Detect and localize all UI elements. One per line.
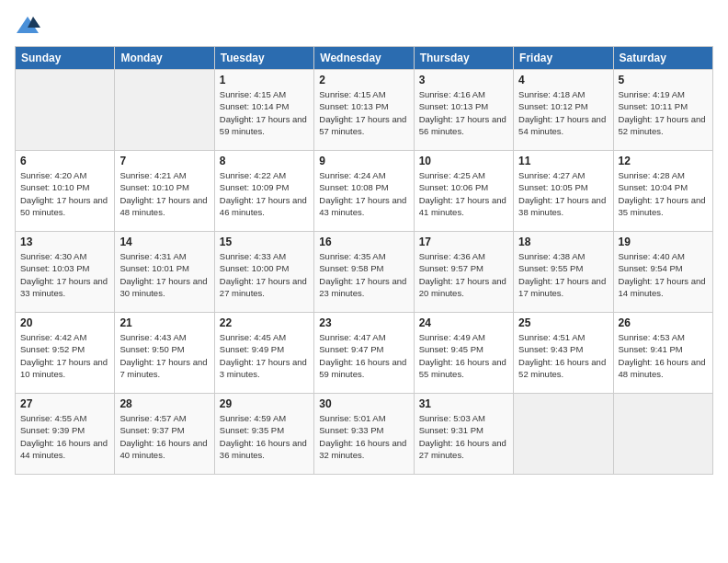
week-row-3: 13Sunrise: 4:30 AM Sunset: 10:03 PM Dayl… <box>16 232 713 313</box>
day-number: 8 <box>220 155 309 167</box>
cell-content: Sunrise: 4:35 AM Sunset: 9:58 PM Dayligh… <box>319 250 408 299</box>
calendar-cell: 26Sunrise: 4:53 AM Sunset: 9:41 PM Dayli… <box>613 313 712 394</box>
calendar-cell: 19Sunrise: 4:40 AM Sunset: 9:54 PM Dayli… <box>613 232 712 313</box>
cell-content: Sunrise: 4:31 AM Sunset: 10:01 PM Daylig… <box>119 250 209 299</box>
day-number: 5 <box>619 74 708 86</box>
day-number: 10 <box>419 155 508 167</box>
cell-content: Sunrise: 4:53 AM Sunset: 9:41 PM Dayligh… <box>619 331 708 380</box>
calendar-cell: 9Sunrise: 4:24 AM Sunset: 10:08 PM Dayli… <box>314 151 414 232</box>
cell-content: Sunrise: 4:40 AM Sunset: 9:54 PM Dayligh… <box>619 250 708 299</box>
calendar-cell: 11Sunrise: 4:27 AM Sunset: 10:05 PM Dayl… <box>514 151 613 232</box>
day-number: 2 <box>319 74 408 86</box>
day-number: 3 <box>419 74 508 86</box>
calendar-cell: 4Sunrise: 4:18 AM Sunset: 10:12 PM Dayli… <box>514 70 613 151</box>
day-number: 6 <box>20 155 109 167</box>
week-row-5: 27Sunrise: 4:55 AM Sunset: 9:39 PM Dayli… <box>16 394 713 475</box>
header-tuesday: Tuesday <box>214 47 313 70</box>
week-row-1: 1Sunrise: 4:15 AM Sunset: 10:14 PM Dayli… <box>16 70 713 151</box>
calendar-cell: 25Sunrise: 4:51 AM Sunset: 9:43 PM Dayli… <box>514 313 613 394</box>
cell-content: Sunrise: 4:15 AM Sunset: 10:14 PM Daylig… <box>220 88 309 137</box>
week-row-4: 20Sunrise: 4:42 AM Sunset: 9:52 PM Dayli… <box>16 313 713 394</box>
day-number: 13 <box>20 236 109 248</box>
cell-content: Sunrise: 4:27 AM Sunset: 10:05 PM Daylig… <box>518 169 608 218</box>
calendar-table: SundayMondayTuesdayWednesdayThursdayFrid… <box>15 46 713 475</box>
calendar-cell: 1Sunrise: 4:15 AM Sunset: 10:14 PM Dayli… <box>214 70 313 151</box>
cell-content: Sunrise: 4:42 AM Sunset: 9:52 PM Dayligh… <box>20 331 109 380</box>
cell-content: Sunrise: 4:55 AM Sunset: 9:39 PM Dayligh… <box>20 412 109 461</box>
calendar-cell: 7Sunrise: 4:21 AM Sunset: 10:10 PM Dayli… <box>115 151 214 232</box>
header-monday: Monday <box>115 47 214 70</box>
calendar-cell: 5Sunrise: 4:19 AM Sunset: 10:11 PM Dayli… <box>613 70 712 151</box>
calendar-cell: 3Sunrise: 4:16 AM Sunset: 10:13 PM Dayli… <box>414 70 513 151</box>
calendar-cell: 17Sunrise: 4:36 AM Sunset: 9:57 PM Dayli… <box>414 232 513 313</box>
day-number: 4 <box>518 74 608 86</box>
cell-content: Sunrise: 4:25 AM Sunset: 10:06 PM Daylig… <box>419 169 508 218</box>
day-number: 15 <box>220 236 309 248</box>
day-number: 7 <box>119 155 209 167</box>
cell-content: Sunrise: 4:36 AM Sunset: 9:57 PM Dayligh… <box>419 250 508 299</box>
day-number: 30 <box>319 397 408 410</box>
day-number: 19 <box>619 236 708 248</box>
header-friday: Friday <box>514 47 613 70</box>
cell-content: Sunrise: 4:19 AM Sunset: 10:11 PM Daylig… <box>619 88 708 137</box>
calendar-cell: 27Sunrise: 4:55 AM Sunset: 9:39 PM Dayli… <box>16 394 115 475</box>
calendar-header-row: SundayMondayTuesdayWednesdayThursdayFrid… <box>16 47 713 70</box>
header-wednesday: Wednesday <box>314 47 414 70</box>
calendar-cell <box>115 70 214 151</box>
cell-content: Sunrise: 4:51 AM Sunset: 9:43 PM Dayligh… <box>518 331 608 380</box>
day-number: 11 <box>518 155 608 167</box>
calendar-cell: 28Sunrise: 4:57 AM Sunset: 9:37 PM Dayli… <box>115 394 214 475</box>
day-number: 1 <box>220 74 309 86</box>
day-number: 16 <box>319 236 408 248</box>
cell-content: Sunrise: 4:15 AM Sunset: 10:13 PM Daylig… <box>319 88 408 137</box>
cell-content: Sunrise: 4:38 AM Sunset: 9:55 PM Dayligh… <box>518 250 608 299</box>
calendar-cell: 16Sunrise: 4:35 AM Sunset: 9:58 PM Dayli… <box>314 232 414 313</box>
cell-content: Sunrise: 4:22 AM Sunset: 10:09 PM Daylig… <box>220 169 309 218</box>
calendar-cell: 29Sunrise: 4:59 AM Sunset: 9:35 PM Dayli… <box>214 394 313 475</box>
day-number: 9 <box>319 155 408 167</box>
cell-content: Sunrise: 4:45 AM Sunset: 9:49 PM Dayligh… <box>220 331 309 380</box>
day-number: 31 <box>419 397 508 410</box>
calendar-cell: 14Sunrise: 4:31 AM Sunset: 10:01 PM Dayl… <box>115 232 214 313</box>
day-number: 12 <box>619 155 708 167</box>
calendar-cell <box>16 70 115 151</box>
day-number: 23 <box>319 316 408 329</box>
day-number: 17 <box>419 236 508 248</box>
page-header <box>15 15 713 37</box>
day-number: 26 <box>619 316 708 329</box>
calendar-cell <box>514 394 613 475</box>
calendar-cell: 21Sunrise: 4:43 AM Sunset: 9:50 PM Dayli… <box>115 313 214 394</box>
calendar-cell: 30Sunrise: 5:01 AM Sunset: 9:33 PM Dayli… <box>314 394 414 475</box>
day-number: 28 <box>119 397 209 410</box>
logo-icon <box>15 15 40 37</box>
day-number: 14 <box>119 236 209 248</box>
calendar-cell: 6Sunrise: 4:20 AM Sunset: 10:10 PM Dayli… <box>16 151 115 232</box>
day-number: 24 <box>419 316 508 329</box>
calendar-cell <box>613 394 712 475</box>
calendar-cell: 2Sunrise: 4:15 AM Sunset: 10:13 PM Dayli… <box>314 70 414 151</box>
cell-content: Sunrise: 5:03 AM Sunset: 9:31 PM Dayligh… <box>419 412 508 461</box>
header-sunday: Sunday <box>16 47 115 70</box>
calendar-cell: 24Sunrise: 4:49 AM Sunset: 9:45 PM Dayli… <box>414 313 513 394</box>
cell-content: Sunrise: 4:59 AM Sunset: 9:35 PM Dayligh… <box>220 412 309 461</box>
day-number: 20 <box>20 316 109 329</box>
day-number: 29 <box>220 397 309 410</box>
cell-content: Sunrise: 4:24 AM Sunset: 10:08 PM Daylig… <box>319 169 408 218</box>
day-number: 25 <box>518 316 608 329</box>
logo <box>15 15 42 37</box>
cell-content: Sunrise: 4:49 AM Sunset: 9:45 PM Dayligh… <box>419 331 508 380</box>
calendar-cell: 20Sunrise: 4:42 AM Sunset: 9:52 PM Dayli… <box>16 313 115 394</box>
calendar-cell: 22Sunrise: 4:45 AM Sunset: 9:49 PM Dayli… <box>214 313 313 394</box>
cell-content: Sunrise: 4:16 AM Sunset: 10:13 PM Daylig… <box>419 88 508 137</box>
calendar-cell: 10Sunrise: 4:25 AM Sunset: 10:06 PM Dayl… <box>414 151 513 232</box>
calendar-cell: 13Sunrise: 4:30 AM Sunset: 10:03 PM Dayl… <box>16 232 115 313</box>
cell-content: Sunrise: 4:57 AM Sunset: 9:37 PM Dayligh… <box>119 412 209 461</box>
header-thursday: Thursday <box>414 47 513 70</box>
week-row-2: 6Sunrise: 4:20 AM Sunset: 10:10 PM Dayli… <box>16 151 713 232</box>
calendar-cell: 8Sunrise: 4:22 AM Sunset: 10:09 PM Dayli… <box>214 151 313 232</box>
cell-content: Sunrise: 4:28 AM Sunset: 10:04 PM Daylig… <box>619 169 708 218</box>
calendar-cell: 12Sunrise: 4:28 AM Sunset: 10:04 PM Dayl… <box>613 151 712 232</box>
cell-content: Sunrise: 4:18 AM Sunset: 10:12 PM Daylig… <box>518 88 608 137</box>
header-saturday: Saturday <box>613 47 712 70</box>
calendar-cell: 23Sunrise: 4:47 AM Sunset: 9:47 PM Dayli… <box>314 313 414 394</box>
